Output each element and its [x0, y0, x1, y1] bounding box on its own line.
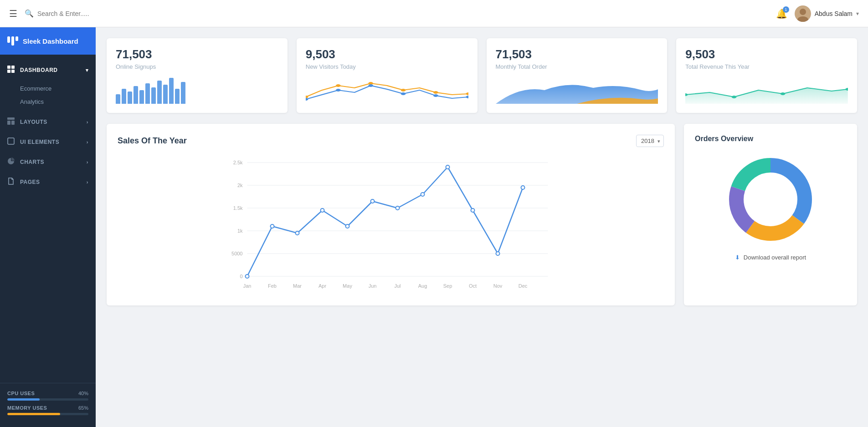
svg-point-48: [471, 208, 475, 212]
svg-text:2k: 2k: [237, 183, 243, 188]
bar: [175, 89, 180, 104]
bar: [163, 85, 168, 104]
svg-point-47: [446, 165, 450, 169]
chevron-right-icon: ›: [87, 179, 88, 185]
svg-text:Mar: Mar: [293, 283, 302, 289]
svg-text:2.5k: 2.5k: [233, 160, 243, 165]
year-select-wrap: 2018 2017 2016: [636, 135, 664, 147]
svg-point-14: [401, 89, 406, 92]
svg-rect-3: [7, 66, 10, 69]
svg-point-39: [246, 274, 249, 278]
cpu-percent: 40%: [78, 391, 88, 396]
topnav-right: 🔔 1 Abdus Salam ▾: [776, 5, 859, 22]
svg-point-16: [466, 92, 468, 95]
logo-bar-2: [11, 36, 14, 46]
svg-text:Sep: Sep: [443, 283, 452, 289]
file-icon: [7, 178, 15, 187]
svg-rect-9: [11, 121, 15, 125]
sidebar-item-dashboard[interactable]: DASHBOARD ▾: [0, 60, 96, 80]
sidebar-item-ecommerce[interactable]: Ecommerce: [20, 82, 96, 95]
search-input[interactable]: [37, 10, 207, 17]
stat-card-signups: 71,503 Online Signups: [107, 38, 288, 113]
notifications-button[interactable]: 🔔 1: [776, 8, 787, 19]
svg-text:Oct: Oct: [469, 283, 477, 289]
svg-text:Feb: Feb: [268, 283, 277, 289]
stat-label: Online Signups: [116, 63, 278, 70]
sidebar-item-label: CHARTS: [20, 159, 44, 165]
svg-rect-10: [8, 138, 14, 144]
svg-rect-4: [11, 66, 15, 69]
orders-overview-card: Orders Overview ⬇ Download overall repor…: [684, 124, 857, 305]
stat-number: 71,503: [496, 47, 658, 61]
hamburger-menu-button[interactable]: ☰: [9, 8, 17, 19]
svg-point-41: [296, 231, 299, 235]
layout-icon: [7, 117, 15, 127]
bar: [145, 83, 150, 104]
stat-number: 71,503: [116, 47, 278, 61]
stat-number: 9,503: [685, 47, 848, 61]
svg-point-42: [321, 208, 324, 212]
svg-text:0: 0: [240, 274, 242, 279]
sidebar-item-label: PAGES: [20, 179, 40, 185]
memory-usage: MEMORY USES 65%: [7, 405, 88, 415]
memory-bar-fill: [7, 413, 60, 415]
svg-point-18: [336, 89, 341, 92]
sidebar-item-label: UI ELEMENTS: [20, 139, 59, 145]
bar-chart-mini: [116, 76, 278, 104]
bar: [122, 89, 126, 104]
svg-point-20: [401, 92, 406, 95]
bar: [181, 82, 185, 104]
svg-text:Jan: Jan: [243, 283, 252, 289]
svg-point-1: [800, 9, 806, 15]
svg-text:Dec: Dec: [519, 283, 528, 289]
chevron-right-icon: ›: [87, 159, 88, 165]
svg-point-49: [496, 252, 500, 255]
svg-point-24: [732, 96, 737, 98]
bar: [169, 78, 174, 104]
stat-cards-row: 71,503 Online Signups: [107, 38, 857, 113]
logo-bar-1: [7, 36, 10, 43]
sidebar-item-layouts[interactable]: LAYOUTS ›: [0, 112, 96, 132]
charts-section: Sales Of The Year 2018 2017 2016: [107, 124, 857, 305]
download-report-button[interactable]: ⬇ Download overall report: [735, 254, 806, 261]
chevron-down-icon: ▾: [856, 10, 859, 17]
stat-number: 9,503: [306, 47, 468, 61]
sparkline-orders: [496, 76, 658, 104]
brand-logo: [7, 36, 18, 46]
sidebar-item-ui-elements[interactable]: UI ELEMENTS ›: [0, 132, 96, 152]
chevron-right-icon: ›: [87, 139, 88, 145]
svg-text:Jun: Jun: [369, 283, 377, 289]
sidebar-item-charts[interactable]: CHARTS ›: [0, 152, 96, 172]
download-icon: ⬇: [735, 254, 740, 261]
svg-rect-8: [7, 121, 10, 125]
user-name: Abdus Salam: [815, 10, 853, 17]
chevron-down-icon: ▾: [86, 67, 89, 73]
box-icon: [7, 137, 15, 147]
svg-text:5000: 5000: [231, 251, 242, 256]
sidebar-item-analytics[interactable]: Analytics: [20, 95, 96, 108]
stat-card-revenue: 9,503 Total Revenue This Year: [676, 38, 857, 113]
memory-percent: 65%: [78, 405, 88, 411]
sparkline-visitors: [306, 76, 468, 104]
svg-text:Aug: Aug: [418, 283, 427, 289]
bar: [139, 90, 144, 104]
year-select[interactable]: 2018 2017 2016: [636, 135, 664, 147]
notification-badge: 1: [783, 6, 789, 13]
svg-point-46: [421, 193, 425, 196]
cpu-usage: CPU USES 40%: [7, 391, 88, 401]
bar: [128, 92, 132, 104]
svg-point-50: [521, 186, 525, 189]
memory-bar-background: [7, 413, 88, 415]
user-menu[interactable]: Abdus Salam ▾: [795, 5, 859, 22]
stat-card-visitors: 9,503 New Visitors Today: [297, 38, 478, 113]
svg-point-44: [371, 199, 375, 203]
svg-point-43: [346, 224, 349, 228]
sales-chart-title: Sales Of The Year: [118, 136, 187, 146]
sidebar-item-pages[interactable]: PAGES ›: [0, 172, 96, 192]
svg-rect-5: [7, 70, 10, 73]
cpu-label: CPU USES: [7, 391, 35, 396]
search-bar: 🔍: [25, 9, 207, 18]
dashboard-submenu: Ecommerce Analytics: [0, 80, 96, 112]
svg-text:1.5k: 1.5k: [233, 205, 243, 211]
avatar: [795, 5, 811, 22]
